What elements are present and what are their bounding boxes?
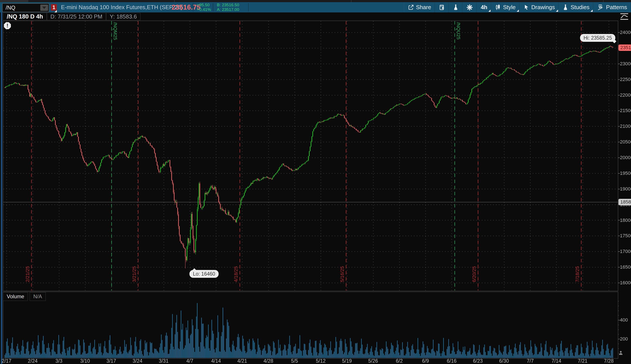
time-axis-label: 7/28	[604, 358, 614, 364]
time-axis-label: 3/31	[159, 358, 168, 364]
time-axis-label: 6/2	[396, 358, 403, 364]
crosshair-axis-badge: 18583.6	[618, 199, 631, 205]
time-axis-label: 6/30	[499, 358, 509, 364]
expiration-line-label: 3/21/25	[132, 266, 137, 282]
volume-value-label: N/A	[30, 292, 46, 301]
chart-canvas[interactable]	[0, 0, 631, 364]
time-axis-label: 6/23	[473, 358, 483, 364]
time-axis-label: 7/7	[527, 358, 534, 364]
warning-icon[interactable]: !	[4, 22, 11, 29]
price-axis-label: 23000	[620, 61, 631, 66]
expiration-line-label: 6/20/25	[472, 266, 477, 282]
last-price-axis-badge: 23516.75	[618, 44, 631, 51]
price-axis-label: 19000	[620, 186, 631, 192]
high-marker-bubble: Hi: 23585.25	[580, 34, 615, 42]
time-axis-label: 3/10	[80, 358, 90, 364]
time-axis-label: 2/17	[2, 358, 12, 364]
time-axis-label: 7/21	[578, 358, 588, 364]
expiration-line-label: 2/21/25	[25, 266, 30, 282]
volume-study-label[interactable]: Volume	[3, 292, 28, 301]
time-axis-label: 5/5	[291, 358, 298, 364]
expiration-line-label: 4/18/25	[233, 266, 239, 282]
price-axis-label: 20500	[620, 139, 631, 145]
price-axis-label: 21500	[620, 108, 631, 114]
price-axis-label: 17000	[620, 248, 631, 254]
time-axis-label: 3/3	[56, 358, 62, 364]
volume-axis-label: 200	[620, 336, 628, 342]
expiration-line-label: 7/18/25	[574, 266, 580, 282]
time-axis-label: 4/7	[186, 358, 193, 364]
time-axis-label: 3/24	[132, 358, 142, 364]
price-axis-label: 22000	[620, 92, 631, 98]
thinkorswim-chart-window: /NQ 1 E-mini Nasdaq 100 Index Futures,ET…	[0, 0, 631, 364]
time-axis-label: 4/21	[237, 358, 247, 364]
time-axis-label: 7/14	[552, 358, 561, 364]
high-marker-text: Hi: 23585.25	[584, 35, 612, 41]
person-icon[interactable]	[618, 350, 623, 355]
roll-line-label: /NQM25	[112, 22, 118, 40]
roll-line-label: /NQU25	[456, 22, 461, 40]
low-marker-text: Lo: 16460	[193, 271, 215, 277]
price-axis-label: 20000	[620, 155, 631, 160]
price-axis-label: 16500	[620, 264, 631, 270]
volume-axis-label: 400	[620, 317, 628, 323]
time-axis-label: 2/24	[28, 358, 38, 364]
time-axis-label: 6/9	[422, 358, 429, 364]
low-marker-bubble: Lo: 16460	[190, 270, 218, 278]
price-axis-label: 19500	[620, 170, 631, 176]
time-axis-label: 4/28	[264, 358, 273, 364]
expiration-line-label: 5/16/25	[340, 266, 345, 282]
time-axis-label: 5/19	[342, 358, 352, 364]
price-axis-label: 24000	[620, 30, 631, 35]
time-axis-label: 6/16	[447, 358, 456, 364]
price-axis-label: 21000	[620, 124, 631, 129]
time-axis-label: 3/17	[106, 358, 116, 364]
time-axis-label: 4/14	[211, 358, 221, 364]
time-axis-label: 5/26	[368, 358, 378, 364]
time-axis-label: 5/12	[316, 358, 326, 364]
price-axis-label: 16000	[620, 280, 631, 286]
price-axis-label: 22500	[620, 77, 631, 82]
price-axis-label: 18000	[620, 218, 631, 223]
price-axis-label: 17500	[620, 233, 631, 238]
price-axis-settings-icon[interactable]	[620, 13, 629, 20]
